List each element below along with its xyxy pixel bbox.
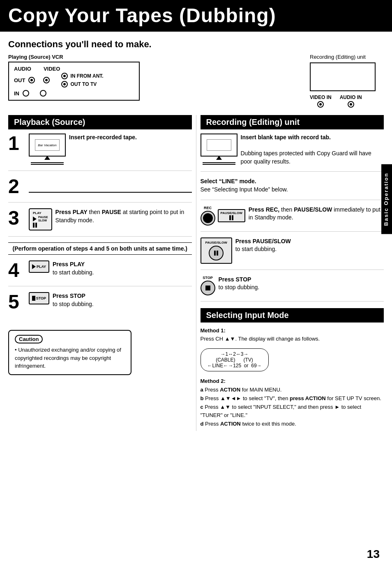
stop-sq-r bbox=[205, 286, 210, 290]
method2-block: Method 2: a Press ACTION for MAIN MENU. … bbox=[201, 377, 384, 428]
step1-right: Insert blank tape with record tab. Dubbi… bbox=[201, 134, 384, 172]
stop-circle-btn bbox=[201, 281, 215, 295]
pause-bars-r bbox=[229, 215, 233, 220]
method2-d: d Press ACTION twice to exit this mode. bbox=[201, 421, 296, 427]
video-in-label: VIDEO IN bbox=[310, 94, 332, 100]
play-row-bot bbox=[33, 223, 48, 228]
recording-header: Recording (Editing) unit bbox=[201, 115, 384, 129]
step4-left-icon: PLAY bbox=[29, 260, 49, 273]
pb4 bbox=[214, 251, 218, 256]
video-in-port: VIDEO IN bbox=[310, 94, 332, 108]
step5-number: 5 bbox=[8, 292, 25, 312]
step5-right-text: Press STOP to stop dubbing. bbox=[219, 276, 260, 292]
tape-cassette-right bbox=[201, 134, 238, 157]
step5-left: 5 STOP Press STOP to stop dubbing. bbox=[8, 292, 192, 318]
recording-unit-block: Recording (Editing) unit VIDEO IN AUDIO … bbox=[310, 54, 384, 108]
cassette-lines bbox=[31, 162, 64, 165]
pause-label-sm: PAUSE bbox=[38, 216, 48, 219]
stop-sq bbox=[32, 296, 35, 301]
step1-left-text: Insert pre-recorded tape. bbox=[69, 134, 137, 142]
step4-number: 4 bbox=[8, 260, 25, 280]
caution-title: Caution bbox=[15, 335, 125, 343]
recording-unit-box bbox=[310, 62, 376, 91]
rec-label: REC bbox=[204, 206, 212, 210]
cable-label: (CABLE) bbox=[216, 357, 235, 363]
cassette-arrow bbox=[44, 156, 50, 160]
play-row-mid: PAUSE SLOW bbox=[33, 216, 48, 222]
step5-left-text: Press STOP to stop dubbing. bbox=[53, 292, 94, 308]
play-pause-box: PLAY PAUSE SLOW bbox=[29, 208, 52, 230]
play-label-small: PLAY bbox=[33, 211, 42, 215]
step2-right-text: Select “LINE” mode. See “Selecting Input… bbox=[201, 177, 288, 194]
step5-right-icon: STOP bbox=[201, 276, 215, 295]
recording-unit-label: Recording (Editing) unit bbox=[310, 54, 384, 60]
rec-circle-btn bbox=[201, 211, 215, 226]
play-triangle bbox=[33, 217, 37, 221]
rec-unit-ports: VIDEO IN AUDIO IN bbox=[310, 94, 384, 108]
stop-icon-wrap-r: STOP bbox=[201, 276, 215, 295]
play-row-top: PLAY bbox=[33, 211, 48, 215]
ant-in-connector bbox=[61, 73, 68, 79]
press-play-bold: Press PLAY bbox=[55, 209, 88, 215]
pause-slow-label4: PAUSE/SLOW bbox=[205, 241, 227, 244]
step2-right: Select “LINE” mode. See “Selecting Input… bbox=[201, 177, 384, 200]
vcr-port-labels: AUDIO VIDEO bbox=[14, 66, 134, 72]
pause-slow-group: PAUSE/SLOW bbox=[218, 209, 245, 222]
step3-right: REC PAUSE/SLOW bbox=[201, 206, 384, 232]
vcr-in-row: IN bbox=[14, 90, 134, 97]
line1-r bbox=[203, 162, 235, 163]
out-text: OUT bbox=[14, 77, 25, 83]
pause-bars bbox=[33, 223, 37, 228]
tape-cassette-left: Bar Vacation bbox=[29, 134, 66, 157]
slow-label-wrap: PAUSE SLOW bbox=[38, 216, 48, 222]
video-in-circle bbox=[317, 101, 324, 108]
selecting-input-mode: Selecting Input Mode Method 1: Press CH … bbox=[201, 308, 384, 428]
step4-left-text: Press PLAY to start dubbing. bbox=[53, 260, 94, 276]
pause-slow-box: PAUSE/SLOW bbox=[218, 209, 245, 222]
select-line-bold: Select “LINE” mode. bbox=[201, 178, 256, 184]
method2-c: c Press ▲▼ to select "INPUT SELECT," and… bbox=[201, 404, 362, 419]
cassette-label-right bbox=[207, 139, 231, 151]
step2-number: 2 bbox=[8, 177, 25, 196]
caution-oval: Caution bbox=[15, 335, 43, 343]
step1-left: 1 Bar Vacation Insert pre-recorded tape. bbox=[8, 134, 192, 171]
playback-column: Playback (Source) 1 Bar Vacation bbox=[8, 115, 196, 431]
video-out-connector bbox=[43, 77, 50, 83]
step4-right-bold: Press PAUSE/SLOW bbox=[235, 238, 291, 244]
play-text: PLAY bbox=[37, 265, 46, 269]
step5-bold: Press STOP bbox=[53, 293, 85, 299]
stop-text: STOP bbox=[36, 296, 46, 300]
slow-label-sm: SLOW bbox=[38, 219, 48, 222]
step3-right-icon: REC PAUSE/SLOW bbox=[201, 206, 245, 226]
channel-flow: →1↔2↔3→ (CABLE) (TV) ←LINE←→125 or 69→ bbox=[201, 348, 269, 371]
press-rec-bold: Press REC, bbox=[249, 206, 279, 213]
step4-right-sub: to start dubbing. bbox=[235, 246, 277, 252]
flow-line3: ←LINE←→125 or 69→ bbox=[208, 363, 262, 369]
vcr-diagram: AUDIO VIDEO OUT IN FROM ANT. bbox=[8, 62, 140, 101]
step4-left: 4 PLAY Press PLAY to start dubbing. bbox=[8, 260, 192, 286]
pause-slow-box4: PAUSE/SLOW bbox=[201, 237, 232, 264]
vcr-out-row: OUT IN FROM ANT. OUT TO TV bbox=[14, 73, 134, 88]
method2-label: Method 2: bbox=[201, 378, 226, 384]
step3-left-text: Press PLAY then PAUSE at starting point … bbox=[55, 208, 192, 224]
step5-right-bold: Press STOP bbox=[219, 276, 251, 283]
step1-right-text: Insert blank tape with record tab. Dubbi… bbox=[241, 134, 384, 166]
line2 bbox=[31, 164, 64, 165]
pause-btn4 bbox=[209, 246, 224, 260]
audio-in-label: AUDIO IN bbox=[340, 94, 362, 100]
step5-sub: to stop dubbing. bbox=[53, 301, 94, 307]
pause-bar1 bbox=[33, 223, 35, 228]
pb2r bbox=[232, 215, 233, 220]
step5-left-icon: STOP bbox=[29, 292, 49, 304]
step1-right-icon bbox=[201, 134, 238, 165]
step3-left-icon: PLAY PAUSE SLOW bbox=[29, 208, 52, 230]
method2-a: a Press ACTION for MAIN MENU. bbox=[201, 387, 282, 393]
connections-area: Playing (Source) VCR AUDIO VIDEO OUT IN … bbox=[8, 54, 384, 108]
page-number: 13 bbox=[367, 548, 380, 561]
audio-in-circle bbox=[348, 101, 354, 108]
caution-text: • Unauthorized exchanging and/or copying… bbox=[15, 346, 125, 370]
step3-right-text: Press REC, then PAUSE/SLOW immediately t… bbox=[249, 206, 384, 222]
pause-bar2 bbox=[35, 223, 37, 228]
caution-box: Caution • Unauthorized exchanging and/or… bbox=[8, 330, 131, 375]
stop-box: STOP bbox=[29, 292, 49, 304]
